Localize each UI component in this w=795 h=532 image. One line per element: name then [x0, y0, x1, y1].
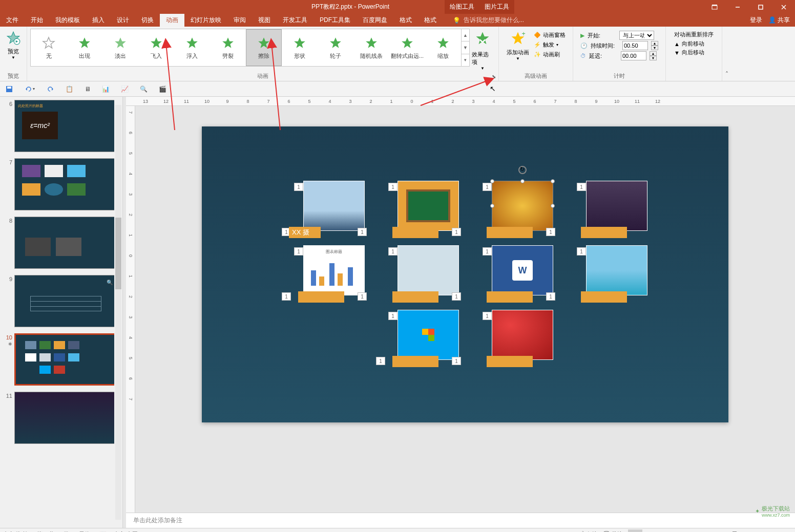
anim-order-tag[interactable]: 1 — [358, 228, 367, 236]
slide-canvas[interactable]: 1 1 XX 摄 1 1 1 1 — [202, 126, 728, 422]
anim-appear[interactable]: 出现 — [67, 29, 102, 66]
normal-view-button[interactable]: ▦ — [628, 529, 642, 533]
slide-thumbnail-panel[interactable]: 6 此处照片的标题 ε=mc² 7 8 9 — [0, 97, 123, 528]
reading-view-button[interactable]: 📖 — [659, 529, 673, 533]
qat-btn-6[interactable]: 📊 — [102, 86, 110, 93]
gallery-more[interactable]: ▾ — [462, 54, 469, 66]
anim-order-tag[interactable]: 1 — [546, 292, 555, 301]
tab-view[interactable]: 视图 — [252, 14, 277, 27]
animation-gallery[interactable]: 无 出现 淡出 飞入 浮入 劈裂 擦除 形状 轮子 随机线条 翻转式由远... … — [30, 29, 470, 67]
trigger-button[interactable]: ⚡触发▾ — [533, 40, 567, 49]
anim-order-tag[interactable]: 1 — [388, 183, 397, 191]
sorter-view-button[interactable]: ⊞ — [643, 529, 658, 533]
resize-handle[interactable] — [551, 204, 555, 208]
anim-none[interactable]: 无 — [31, 29, 67, 66]
anim-growturn[interactable]: 翻转式由远... — [389, 29, 425, 66]
slide-image-3-selected[interactable] — [492, 181, 553, 231]
start-dropdown[interactable]: 与上一动画... — [619, 31, 654, 40]
horizontal-ruler[interactable]: 131211109876543210123456789101112 — [126, 97, 795, 106]
anim-order-tag[interactable]: 1 — [452, 357, 461, 365]
slide-image-10[interactable] — [492, 310, 553, 360]
slide-image-9[interactable] — [397, 310, 459, 360]
anim-order-tag[interactable]: 1 — [452, 292, 461, 301]
resize-handle[interactable] — [551, 179, 555, 183]
anim-order-tag[interactable]: 1 — [452, 228, 461, 236]
panel-scrollbar[interactable] — [114, 97, 122, 528]
login-link[interactable]: 登录 — [750, 16, 762, 25]
slide-thumb-9[interactable]: 🔍 — [14, 275, 117, 327]
tab-animations[interactable]: 动画 — [160, 14, 184, 27]
image-caption[interactable] — [581, 291, 627, 303]
minimize-button[interactable] — [726, 0, 749, 14]
image-caption[interactable] — [487, 356, 533, 367]
tab-design[interactable]: 设计 — [111, 14, 135, 27]
preview-button[interactable]: 预览 ▼ — [3, 29, 24, 60]
anim-floatin[interactable]: 浮入 — [174, 29, 210, 66]
qat-btn-5[interactable]: 🖥 — [85, 86, 91, 93]
anim-split[interactable]: 劈裂 — [210, 29, 246, 66]
slide-image-1[interactable] — [303, 181, 365, 231]
qat-btn-8[interactable]: 🔍 — [140, 86, 148, 93]
tab-insert[interactable]: 插入 — [86, 14, 111, 27]
animations-dialog-launcher[interactable]: ⬊ — [490, 73, 497, 80]
anim-wheel[interactable]: 轮子 — [318, 29, 353, 66]
resize-handle[interactable] — [520, 179, 525, 183]
undo-button[interactable]: ▾ — [25, 85, 35, 93]
image-caption[interactable]: XX 摄 — [289, 227, 321, 238]
duration-down[interactable]: ▼ — [651, 46, 658, 50]
delay-up[interactable]: ▲ — [650, 51, 657, 56]
slide-image-4[interactable] — [586, 181, 647, 231]
anim-order-tag[interactable]: 1 — [294, 183, 303, 191]
gallery-scroll-down[interactable]: ▼ — [462, 41, 469, 54]
anim-order-tag[interactable]: 1 — [577, 183, 586, 191]
slide-thumb-11[interactable] — [14, 392, 117, 444]
tab-file[interactable]: 文件 — [0, 14, 25, 27]
qat-btn-7[interactable]: 📈 — [121, 86, 129, 93]
slide-thumb-8[interactable] — [14, 217, 117, 269]
move-earlier-button[interactable]: ▲向前移动 — [674, 39, 714, 48]
anim-order-tag[interactable]: 1 — [388, 247, 397, 256]
anim-zoom[interactable]: 缩放 — [425, 29, 461, 66]
slide-image-5[interactable]: 图表标题 — [303, 245, 365, 295]
save-button[interactable] — [5, 85, 13, 93]
redo-button[interactable] — [46, 85, 54, 93]
anim-flyin[interactable]: 飞入 — [138, 29, 174, 66]
tab-pdf[interactable]: PDF工具集 — [313, 14, 357, 27]
close-button[interactable] — [772, 0, 795, 14]
tab-home[interactable]: 开始 — [25, 14, 49, 27]
gallery-scroll-up[interactable]: ▲ — [462, 29, 469, 41]
image-caption[interactable] — [298, 291, 344, 303]
delay-input[interactable] — [621, 51, 646, 60]
anim-order-tag[interactable]: 1 — [294, 247, 303, 256]
share-button[interactable]: 👤 共享 — [768, 16, 790, 25]
tab-transitions[interactable]: 切换 — [135, 14, 160, 27]
image-caption[interactable] — [581, 227, 627, 238]
drawing-tools-tab[interactable]: 绘图工具 — [445, 0, 479, 14]
animation-painter-button[interactable]: ✨动画刷 — [533, 50, 567, 59]
ribbon-display-options[interactable] — [703, 0, 726, 14]
slideshow-view-button[interactable]: ▶ — [674, 529, 688, 533]
tab-templates[interactable]: 我的模板 — [49, 14, 86, 27]
anim-order-tag[interactable]: 1 — [577, 247, 586, 256]
anim-order-tag[interactable]: 1 — [282, 292, 291, 301]
anim-wipe[interactable]: 擦除 — [246, 29, 282, 66]
anim-order-tag[interactable]: 1 — [376, 357, 385, 365]
image-caption[interactable] — [487, 227, 533, 238]
anim-order-tag[interactable]: 1 — [483, 183, 492, 191]
tab-format2[interactable]: 格式 — [418, 14, 443, 27]
move-later-button[interactable]: ▼向后移动 — [674, 48, 714, 57]
tab-review[interactable]: 审阅 — [227, 14, 252, 27]
tab-developer[interactable]: 开发工具 — [277, 14, 313, 27]
tab-slideshow[interactable]: 幻灯片放映 — [184, 14, 227, 27]
notes-pane[interactable]: 单击此处添加备注 — [126, 513, 795, 528]
anim-shape[interactable]: 形状 — [282, 29, 318, 66]
slide-thumb-6[interactable]: 此处照片的标题 ε=mc² — [14, 100, 117, 152]
duration-input[interactable] — [622, 41, 648, 50]
image-caption[interactable] — [487, 291, 533, 303]
duration-up[interactable]: ▲ — [651, 41, 658, 46]
anim-order-tag[interactable]: 1 — [483, 312, 492, 320]
anim-order-tag[interactable]: 1 — [388, 312, 397, 320]
add-animation-button[interactable]: + 添加动画 ▼ — [505, 31, 531, 61]
tell-me-search[interactable]: 💡 告诉我您想要做什么... — [443, 14, 745, 27]
slide-image-6[interactable] — [397, 245, 459, 295]
